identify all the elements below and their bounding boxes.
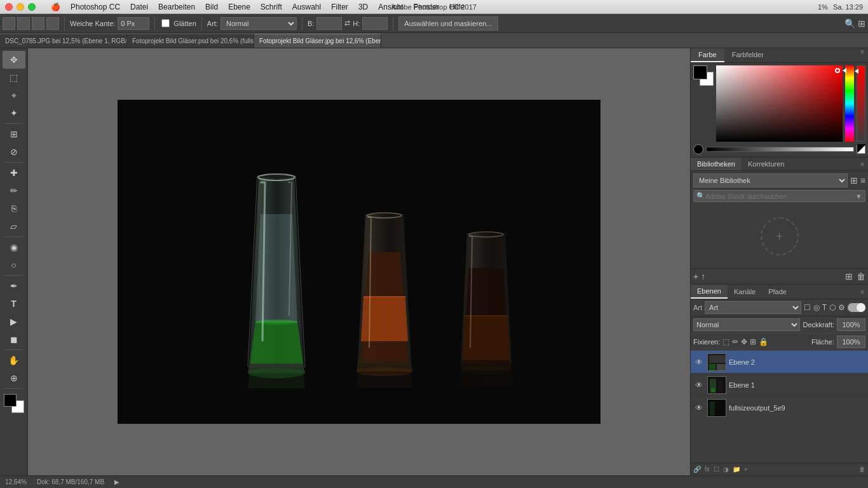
menu-ebene[interactable]: Ebene xyxy=(223,3,255,11)
tab-3[interactable]: Fotoprojekt Bild Gläser.jpg bei 12,6% (E… xyxy=(254,34,381,48)
tool-eraser[interactable] xyxy=(3,217,25,235)
smooth-checkbox[interactable] xyxy=(161,19,170,27)
tool-path[interactable] xyxy=(3,313,25,330)
maximize-button[interactable] xyxy=(28,3,36,11)
lock-all-icon[interactable]: 🔒 xyxy=(759,337,768,346)
tool-blur[interactable] xyxy=(3,238,25,256)
tool-dodge[interactable] xyxy=(3,256,25,274)
menu-bild[interactable]: Bild xyxy=(200,3,223,11)
bib-add-btn[interactable]: + xyxy=(693,271,698,281)
menu-3d[interactable]: 3D xyxy=(353,3,373,11)
layer-icon-2[interactable]: ◎ xyxy=(813,303,820,312)
tool-magic[interactable] xyxy=(3,104,25,122)
tool-hand[interactable] xyxy=(3,351,25,369)
adj-icon[interactable]: ◑ xyxy=(723,466,729,473)
panel-options-right[interactable]: ⊞ xyxy=(858,18,865,29)
list-view-btn[interactable]: ≡ xyxy=(860,175,865,186)
width-input[interactable] xyxy=(316,17,342,30)
close-button[interactable] xyxy=(5,3,13,11)
tool-eyedrop[interactable] xyxy=(3,143,25,161)
tab-ebenen[interactable]: Ebenen xyxy=(691,285,728,299)
filter-toggle[interactable] xyxy=(848,303,865,312)
library-select[interactable]: Meine Bibliothek xyxy=(693,173,848,187)
swap-icon[interactable]: ⇄ xyxy=(344,19,350,27)
tool-move[interactable] xyxy=(3,51,25,69)
tab-farbe[interactable]: Farbe xyxy=(691,48,724,62)
grid-view-btn[interactable]: ⊞ xyxy=(850,175,858,186)
tool-shape[interactable] xyxy=(3,330,25,348)
filter-type-select[interactable]: Art xyxy=(705,301,801,314)
bib-panel-options[interactable]: ≡ xyxy=(857,161,868,168)
minimize-button[interactable] xyxy=(17,3,24,11)
tab-bibliotheken[interactable]: Bibliotheken xyxy=(691,158,742,170)
bib-grid-btn[interactable]: ⊞ xyxy=(845,271,853,281)
mask-icon[interactable]: ☐ xyxy=(714,466,719,473)
group-icon[interactable]: 📁 xyxy=(733,466,740,473)
lock-brush-icon[interactable]: ✏ xyxy=(732,337,738,346)
mask-button[interactable]: Auswählen und maskieren... xyxy=(398,17,498,30)
blend-mode-select[interactable]: Normal xyxy=(693,318,800,331)
soft-edge-input[interactable] xyxy=(118,17,149,30)
layers-panel-options[interactable]: ≡ xyxy=(857,288,868,295)
tab-korrekturen[interactable]: Korrekturen xyxy=(742,158,790,170)
lock-transparent-icon[interactable]: ⬚ xyxy=(722,337,729,346)
tab-2[interactable]: Fotoprojekt Bild Gläser.psd bei 20,6% (f… xyxy=(127,34,254,48)
link-icon[interactable]: 🔗 xyxy=(693,466,701,473)
layer-eye-ebene2[interactable]: 👁 xyxy=(693,358,705,367)
height-input[interactable] xyxy=(362,17,388,30)
fg-color-box[interactable] xyxy=(4,394,17,407)
menu-auswahl[interactable]: Auswahl xyxy=(287,3,326,11)
layer-item-ebene1[interactable]: 👁 Ebene 1 xyxy=(691,374,868,396)
tool-select-rect[interactable] xyxy=(3,69,25,86)
layer-item-ebene2[interactable]: 👁 Ebene 2 xyxy=(691,351,868,374)
tool-crop[interactable] xyxy=(3,125,25,143)
bib-add-circle[interactable]: + xyxy=(761,217,799,255)
fill-input[interactable] xyxy=(837,336,865,348)
tab-farbfelder[interactable]: Farbfelder xyxy=(724,48,771,62)
layer-eye-ebene1[interactable]: 👁 xyxy=(693,381,705,390)
bib-upload-btn[interactable]: ↑ xyxy=(701,271,705,281)
menu-schrift[interactable]: Schrift xyxy=(255,3,287,11)
layer-icon-4[interactable]: ⬡ xyxy=(829,303,836,312)
apple-menu[interactable]: 🍎 xyxy=(46,3,65,11)
layer-icon-1[interactable]: ☐ xyxy=(804,303,811,312)
tool-brush[interactable] xyxy=(3,182,25,200)
tool-lasso[interactable] xyxy=(3,86,25,104)
layer-item-fullsize[interactable]: 👁 fullsizeoutput_5e9 xyxy=(691,396,868,419)
lock-artboard-icon[interactable]: ⊞ xyxy=(750,337,756,346)
hue-slider[interactable] xyxy=(845,65,854,142)
tab-1[interactable]: DSC_0785.JPG bei 12,5% (Ebene 1, RGB/...… xyxy=(0,34,127,48)
color-gradient[interactable] xyxy=(716,65,843,142)
tool-clone[interactable] xyxy=(3,200,25,217)
type-select[interactable]: Normal Festgelegte Größe Festgelegtes Se… xyxy=(220,17,297,30)
menu-filter[interactable]: Filter xyxy=(326,3,353,11)
search-icon-right[interactable]: 🔍 xyxy=(844,18,855,29)
tab-kanaele[interactable]: Kanäle xyxy=(728,285,762,298)
tool-text[interactable] xyxy=(3,295,25,313)
tab-pfade[interactable]: Pfade xyxy=(762,285,793,298)
fg-bg-colors[interactable] xyxy=(3,393,25,414)
layer-icon-3[interactable]: T xyxy=(822,303,827,312)
layer-icon-5[interactable]: ⚙ xyxy=(838,303,845,312)
delete-layer-icon[interactable]: 🗑 xyxy=(859,466,865,473)
bib-delete-btn[interactable]: 🗑 xyxy=(857,271,865,281)
fx-icon[interactable]: fx xyxy=(705,466,710,473)
alpha-slider[interactable] xyxy=(857,65,865,142)
menu-bearbeiten[interactable]: Bearbeiten xyxy=(153,3,200,11)
layer-eye-fullsize[interactable]: 👁 xyxy=(693,403,705,412)
canvas-area[interactable] xyxy=(28,48,690,475)
tool-zoom[interactable] xyxy=(3,369,25,387)
bib-search-input[interactable] xyxy=(705,193,855,200)
color-panel-options[interactable]: ≡ xyxy=(857,48,868,62)
status-arrow[interactable]: ▶ xyxy=(114,478,119,485)
opacity-input[interactable] xyxy=(837,318,865,331)
fg-bg-picker[interactable] xyxy=(693,65,714,86)
lock-move-icon[interactable]: ✥ xyxy=(741,337,747,346)
bib-search-dropdown[interactable]: ▼ xyxy=(855,193,862,200)
tool-pen[interactable] xyxy=(3,277,25,295)
tool-heal[interactable] xyxy=(3,164,25,182)
fg-color[interactable] xyxy=(693,65,707,79)
menu-datei[interactable]: Datei xyxy=(125,3,153,11)
new-layer-icon[interactable]: + xyxy=(744,466,748,473)
menu-photoshop[interactable]: Photoshop CC xyxy=(65,3,125,11)
